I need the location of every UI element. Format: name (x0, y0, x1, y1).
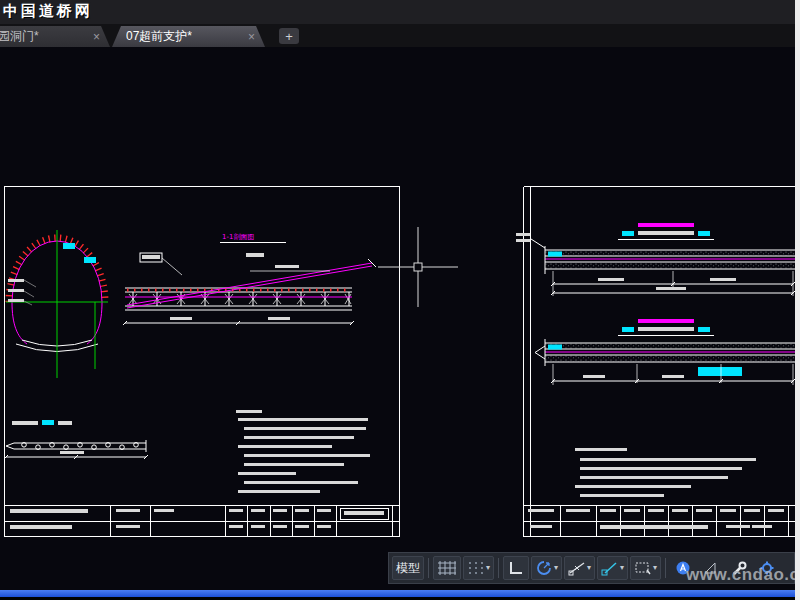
beam-section-detail: 1-1剖面图 (123, 233, 376, 325)
section-label: 1-1剖面图 (222, 233, 254, 241)
small-text-bars (10, 231, 784, 529)
grout-hatch (545, 251, 795, 257)
tab-drawing-1[interactable]: 园洞门* × (0, 26, 110, 47)
right-scrollbar[interactable] (795, 0, 800, 600)
separator (665, 558, 666, 578)
close-icon[interactable]: × (248, 31, 255, 43)
grid-dots-icon (467, 560, 485, 576)
close-icon[interactable]: × (93, 31, 100, 43)
grout-hatch (545, 356, 795, 362)
grid-display-button[interactable]: ▾ (463, 556, 494, 580)
site-watermark-top: 中国道桥网 (3, 2, 93, 21)
object-snap-icon (601, 560, 619, 576)
selection-cycling-button[interactable]: ▾ (630, 556, 661, 580)
new-tab-button[interactable]: + (279, 28, 299, 44)
model-space-label: 模型 (396, 560, 420, 577)
polar-tracking-icon (535, 560, 553, 576)
grout-hatch (545, 263, 795, 269)
tab-label: 07超前支护* (126, 28, 192, 45)
cad-application-window: 中国道桥网 园洞门* × 07超前支护* × + (0, 0, 800, 600)
site-watermark-bottom: www.cndao.com (686, 565, 800, 585)
object-snap-tracking-button[interactable]: ▾ (564, 556, 595, 580)
chevron-down-icon: ▾ (486, 564, 490, 572)
drawing-tab-bar: 园洞门* × 07超前支护* × + (0, 24, 795, 48)
ortho-icon (507, 560, 525, 576)
tab-label: 园洞门* (0, 28, 39, 45)
chevron-down-icon: ▾ (620, 564, 624, 572)
separator (498, 558, 499, 578)
chevron-down-icon: ▾ (653, 564, 657, 572)
polar-tracking-button[interactable]: ▾ (531, 556, 562, 580)
chevron-down-icon: ▾ (587, 564, 591, 572)
grout-hatch (545, 344, 795, 349)
tunnel-cross-section (6, 230, 108, 378)
tab-drawing-2-active[interactable]: 07超前支护* × (112, 26, 265, 47)
command-area-divider-bar (0, 590, 796, 597)
separator (428, 558, 429, 578)
snap-grid-icon (437, 560, 457, 576)
chevron-down-icon: ▾ (554, 564, 558, 572)
model-space-button[interactable]: 模型 (392, 556, 424, 580)
cad-linework: 1-1剖面图 (0, 47, 795, 592)
plus-icon: + (285, 30, 293, 43)
ortho-mode-button[interactable] (503, 556, 529, 580)
highlight-band (698, 367, 742, 376)
titlebar: 中国道桥网 (0, 0, 795, 24)
object-snap-button[interactable]: ▾ (597, 556, 628, 580)
crosshair-cursor (378, 227, 458, 307)
object-snap-tracking-icon (568, 560, 586, 576)
snap-mode-button[interactable] (433, 556, 461, 580)
pickbox (414, 263, 422, 271)
model-space-canvas[interactable]: 1-1剖面图 (0, 47, 795, 592)
selection-window-icon (634, 560, 652, 576)
